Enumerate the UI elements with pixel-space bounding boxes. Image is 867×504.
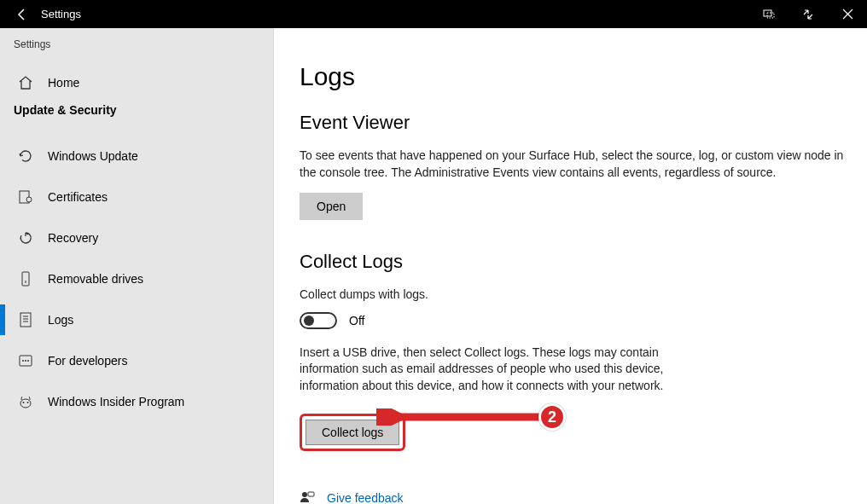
- back-button[interactable]: [7, 8, 38, 21]
- svg-rect-4: [22, 272, 29, 286]
- sidebar-item-label: Certificates: [48, 190, 108, 204]
- sidebar-item-recovery[interactable]: Recovery: [0, 217, 273, 258]
- close-button[interactable]: [828, 0, 867, 28]
- svg-point-12: [25, 360, 26, 362]
- annotation-arrow-1: [274, 284, 300, 335]
- svg-point-13: [27, 360, 29, 362]
- give-feedback-link[interactable]: Give feedback: [300, 490, 850, 504]
- collect-logs-desc: Insert a USB drive, then select Collect …: [300, 345, 666, 395]
- annotation-arrow-2: [376, 408, 573, 426]
- recovery-icon: [17, 230, 34, 246]
- main-content: Logs Event Viewer To see events that hav…: [274, 28, 867, 504]
- collect-logs-heading: Collect Logs: [300, 251, 850, 273]
- certificate-icon: [17, 189, 34, 205]
- update-icon: [17, 148, 34, 164]
- logs-icon: [17, 312, 34, 327]
- sidebar-item-certificates[interactable]: Certificates: [0, 177, 273, 217]
- feedback-icon: [300, 490, 315, 504]
- sidebar-home[interactable]: Home: [0, 62, 273, 103]
- sidebar-section-label: Update & Security: [0, 103, 273, 136]
- svg-rect-18: [308, 492, 314, 496]
- toggle-state-label: Off: [349, 314, 364, 327]
- collect-dumps-toggle[interactable]: [300, 312, 337, 329]
- sidebar-item-label: Windows Update: [48, 149, 138, 163]
- annotation-badge-2: 2: [538, 403, 566, 431]
- svg-rect-1: [767, 13, 774, 18]
- collect-dumps-label: Collect dumps with logs.: [300, 287, 850, 304]
- svg-point-11: [22, 360, 24, 362]
- sidebar-item-label: Home: [48, 76, 79, 90]
- sidebar-item-label: Logs: [48, 313, 73, 327]
- sidebar-item-label: Recovery: [48, 231, 98, 245]
- window-title: Settings: [41, 8, 81, 20]
- sidebar-item-logs[interactable]: Logs: [0, 299, 273, 340]
- sidebar-item-label: Windows Insider Program: [48, 395, 184, 408]
- collect-logs-button[interactable]: Collect logs: [305, 420, 399, 445]
- event-viewer-desc: To see events that have happened on your…: [300, 148, 850, 181]
- sidebar-item-label: For developers: [48, 354, 127, 368]
- svg-point-17: [302, 492, 307, 497]
- sidebar-item-windows-update[interactable]: Windows Update: [0, 136, 273, 177]
- sidebar: Settings Home Update & Security Windows …: [0, 28, 274, 504]
- collect-logs-highlight: Collect logs: [300, 414, 405, 451]
- open-button[interactable]: Open: [300, 193, 363, 220]
- sidebar-item-label: Removable drives: [48, 272, 143, 286]
- svg-point-16: [27, 402, 29, 403]
- page-title: Logs: [300, 62, 850, 91]
- svg-point-15: [23, 402, 25, 403]
- maximize-button[interactable]: [788, 0, 828, 28]
- developer-icon: [17, 353, 34, 368]
- titlebar: Settings: [0, 0, 867, 28]
- sidebar-item-removable-drives[interactable]: Removable drives: [0, 258, 273, 299]
- insider-icon: [17, 394, 34, 409]
- svg-point-14: [20, 399, 31, 408]
- event-viewer-heading: Event Viewer: [300, 112, 850, 134]
- breadcrumb: Settings: [0, 38, 273, 62]
- sidebar-item-windows-insider[interactable]: Windows Insider Program: [0, 381, 273, 422]
- device-icon[interactable]: [749, 0, 788, 28]
- svg-rect-6: [20, 313, 31, 327]
- sidebar-item-for-developers[interactable]: For developers: [0, 340, 273, 381]
- svg-point-3: [26, 197, 32, 202]
- feedback-label: Give feedback: [327, 491, 404, 504]
- home-icon: [17, 75, 34, 90]
- drive-icon: [17, 271, 34, 287]
